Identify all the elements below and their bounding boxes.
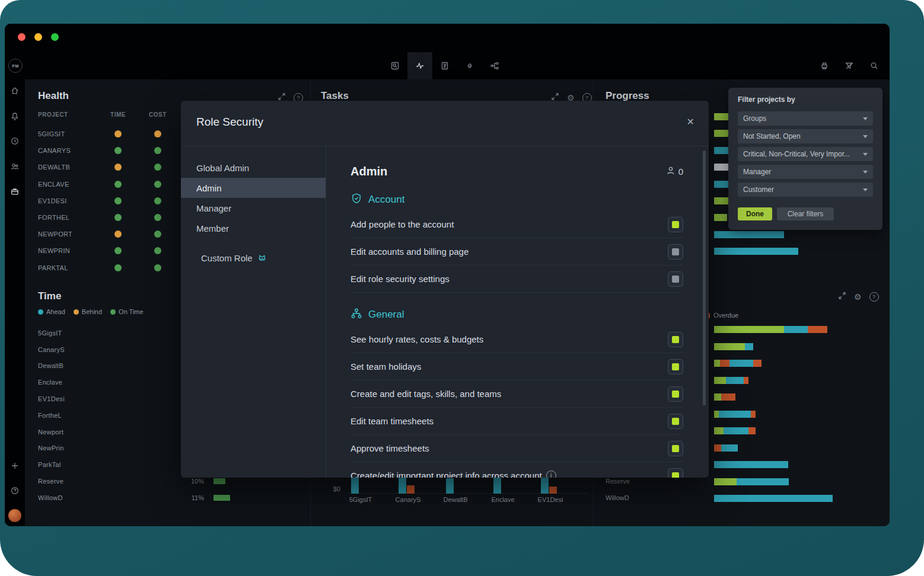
filter-dropdown[interactable]: Not Started, Open bbox=[738, 129, 873, 143]
permission-checkbox[interactable] bbox=[668, 217, 683, 232]
permission-label: Edit team timesheets bbox=[351, 416, 434, 426]
bar-segment bbox=[714, 343, 745, 350]
dropdown-value: Manager bbox=[743, 168, 771, 176]
plus-icon[interactable] bbox=[10, 461, 20, 471]
scrollbar-thumb[interactable] bbox=[703, 151, 706, 405]
filter-clear-icon[interactable] bbox=[837, 52, 862, 79]
filter-dropdown[interactable]: Manager bbox=[738, 165, 873, 179]
late-row-label: WillowD bbox=[606, 494, 629, 501]
person-icon bbox=[666, 166, 676, 177]
bar-segment bbox=[745, 343, 753, 350]
gear-icon[interactable] bbox=[854, 293, 862, 301]
bar-segment bbox=[721, 393, 735, 401]
bell-icon[interactable] bbox=[10, 111, 20, 121]
projects-icon[interactable] bbox=[10, 187, 20, 196]
filter-dropdown[interactable]: Groups bbox=[738, 111, 873, 126]
titlebar: PM bbox=[5, 24, 890, 79]
late-row-bars bbox=[714, 377, 748, 384]
late-row-bars bbox=[714, 360, 761, 367]
permission-row: Create and edit tags, skills, and teams bbox=[351, 380, 683, 408]
x-axis-label: CanaryS bbox=[384, 496, 432, 503]
device-frame: PM bbox=[0, 0, 924, 576]
permission-label: Edit accounts and billing page bbox=[351, 247, 469, 257]
info-icon bbox=[546, 471, 556, 478]
people-icon[interactable] bbox=[10, 162, 20, 171]
role-nav-item[interactable]: Manager bbox=[181, 198, 326, 218]
help-circle-icon[interactable] bbox=[869, 292, 879, 302]
bar-segment bbox=[726, 377, 744, 384]
role-nav-item[interactable]: Global Admin bbox=[181, 158, 326, 178]
permission-checkbox[interactable] bbox=[668, 359, 683, 375]
notebook-icon[interactable] bbox=[432, 52, 457, 79]
permission-row: Approve timesheets bbox=[351, 435, 683, 462]
activity-icon[interactable] bbox=[407, 52, 432, 81]
app-logo-text: PM bbox=[12, 64, 19, 68]
bar-segment bbox=[808, 326, 827, 333]
section-header: Account bbox=[351, 192, 683, 207]
printer-icon[interactable] bbox=[812, 52, 837, 79]
permission-label: Set team holidays bbox=[351, 361, 421, 372]
permission-checkbox[interactable] bbox=[668, 386, 683, 402]
bar-segment bbox=[720, 360, 729, 367]
avatar[interactable] bbox=[8, 509, 21, 522]
expand-icon[interactable] bbox=[838, 292, 846, 302]
permission-checkbox[interactable] bbox=[668, 414, 683, 429]
chevron-down-icon bbox=[863, 188, 868, 191]
filter-dropdown[interactable]: Customer bbox=[738, 183, 873, 197]
x-axis-label: 5GigsIT bbox=[337, 496, 384, 503]
permission-checkbox[interactable] bbox=[668, 244, 683, 260]
permission-checkbox[interactable] bbox=[668, 271, 683, 287]
app-logo[interactable]: PM bbox=[8, 59, 23, 73]
chevron-down-icon bbox=[863, 171, 868, 174]
done-button[interactable]: Done bbox=[738, 207, 772, 220]
toolbar-center bbox=[383, 52, 507, 79]
progress-bar bbox=[714, 248, 798, 255]
toolbar-right bbox=[812, 52, 887, 79]
bar-segment bbox=[714, 478, 737, 485]
board-search-icon[interactable] bbox=[383, 52, 407, 79]
x-axis-label: Enclave bbox=[479, 496, 527, 503]
late-row-label: Reserve bbox=[606, 478, 630, 485]
search-icon[interactable] bbox=[862, 52, 887, 79]
minimize-button[interactable] bbox=[34, 33, 42, 41]
permission-checkbox[interactable] bbox=[668, 468, 683, 478]
section-title: General bbox=[368, 309, 404, 321]
home-icon[interactable] bbox=[10, 86, 20, 95]
close-button[interactable] bbox=[18, 33, 26, 41]
clear-filters-button[interactable]: Clear filters bbox=[777, 207, 834, 220]
permission-checkbox[interactable] bbox=[668, 441, 683, 456]
filter-dropdown[interactable]: Critical, Non-Critical, Very Impor... bbox=[738, 147, 873, 161]
role-nav-item[interactable]: Admin bbox=[181, 178, 326, 198]
link-icon[interactable] bbox=[457, 52, 482, 79]
close-icon[interactable]: ✕ bbox=[687, 116, 694, 127]
clock-icon[interactable] bbox=[10, 136, 20, 146]
permission-row: Edit team timesheets bbox=[351, 408, 683, 435]
permission-label: Approve timesheets bbox=[351, 443, 429, 453]
late-row-bars bbox=[714, 326, 827, 333]
zoom-button[interactable] bbox=[51, 33, 59, 41]
role-nav-item[interactable]: Member bbox=[181, 218, 326, 238]
custom-role-label: Custom Role bbox=[201, 253, 253, 263]
bar-segment bbox=[714, 360, 720, 367]
late-row: WillowD bbox=[606, 490, 890, 507]
progress-title: Progress bbox=[606, 90, 649, 102]
late-row-bars bbox=[714, 461, 788, 468]
task-column bbox=[549, 487, 557, 494]
filter-dropdowns: GroupsNot Started, OpenCritical, Non-Cri… bbox=[738, 111, 873, 200]
late-row-bars bbox=[714, 444, 738, 452]
late-legend: Overdue bbox=[705, 312, 738, 319]
progress-bar bbox=[714, 147, 729, 154]
progress-bar bbox=[714, 214, 727, 221]
permission-label: Add people to the account bbox=[351, 219, 454, 229]
role-security-modal: Role Security ✕ Global AdminAdminManager… bbox=[181, 101, 709, 478]
help-icon[interactable] bbox=[10, 486, 20, 495]
workflow-icon[interactable] bbox=[482, 52, 507, 79]
x-axis-label: EV1Desi bbox=[527, 496, 574, 503]
permission-row: Add people to the account bbox=[351, 211, 683, 238]
custom-role-button[interactable]: Custom Role bbox=[196, 252, 267, 264]
permission-checkbox[interactable] bbox=[668, 332, 683, 347]
bar-segment bbox=[714, 411, 719, 418]
permission-row: Set team holidays bbox=[351, 353, 683, 380]
checkbox-fill bbox=[672, 276, 679, 283]
member-count: 0 bbox=[666, 166, 683, 177]
